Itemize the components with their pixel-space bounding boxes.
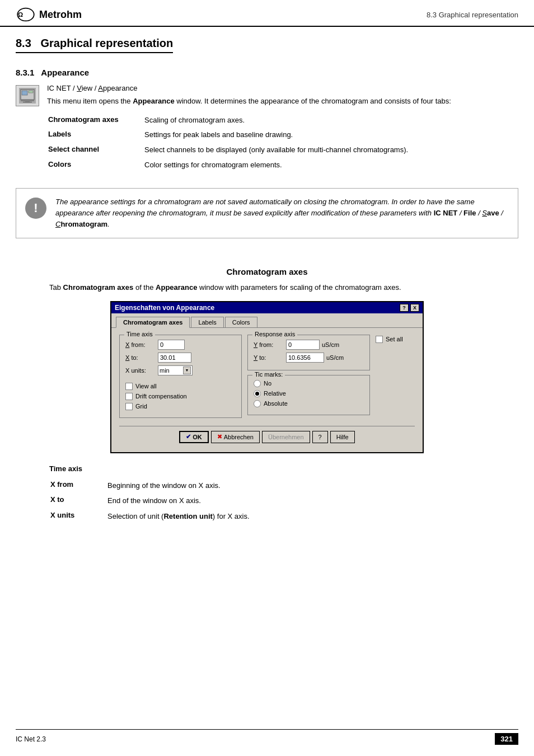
x-from-input[interactable] [158, 340, 185, 350]
menu-icon-box [16, 85, 39, 106]
abbrechen-label: Abbrechen [224, 434, 254, 440]
tic-absolute-radio[interactable] [254, 400, 261, 407]
table-row: Chromatogram axes Scaling of chromatogra… [48, 114, 517, 128]
dialog-body: Time axis X from: X to: X units: [111, 328, 423, 452]
x-from-row: X from: [125, 340, 236, 350]
set-all-checkbox[interactable] [376, 336, 383, 343]
dialog-help-btn[interactable]: ? [312, 431, 328, 443]
tab-desc-select-channel: Select channels to be displayed (only av… [144, 143, 517, 157]
dialog-help-button[interactable]: ? [400, 304, 409, 312]
tab-desc-colors: Color settings for chromatogram elements… [144, 158, 517, 172]
dialog-title: Eigenschaften von Appearance [115, 304, 214, 312]
set-all-label: Set all [386, 336, 403, 342]
tic-no-radio[interactable] [254, 380, 261, 387]
page-number: 321 [495, 733, 518, 745]
menu-path-content: IC NET / View / Appearance This menu ite… [47, 84, 518, 181]
tab-label-labels: Labels [48, 128, 143, 142]
tic-no-label: No [264, 380, 271, 387]
response-axis-group-title: Response axis [252, 331, 297, 337]
y-to-input[interactable] [286, 353, 324, 363]
x-to-row: X to: [125, 353, 236, 363]
drift-compensation-label: Drift compensation [135, 393, 187, 400]
abbrechen-x-icon: ✖ [217, 433, 222, 440]
view-all-label: View all [135, 383, 157, 389]
svg-rect-3 [22, 91, 27, 95]
tab-chromatogram-axes[interactable]: Chromatogram axes [116, 317, 190, 328]
section-main-heading: 8.3 Graphical representation [16, 37, 173, 53]
x-units-select[interactable]: min ▼ [158, 365, 193, 375]
page-footer: IC Net 2.3 321 [16, 729, 518, 745]
menu-path-desc: This menu item opens the Appearance wind… [47, 96, 518, 107]
svg-rect-7 [23, 102, 32, 102]
page-header: Ω Metrohm 8.3 Graphical representation [0, 0, 534, 27]
x-units-dropdown-arrow[interactable]: ▼ [183, 367, 191, 374]
tic-relative-label: Relative [264, 390, 286, 397]
x-units-param-desc: Selection of unit (Retention unit) for X… [107, 509, 517, 524]
svg-text:Ω: Ω [18, 11, 23, 18]
tab-label-colors: Colors [48, 158, 143, 172]
tab-labels[interactable]: Labels [191, 317, 223, 327]
x-from-param-label: X from [50, 478, 106, 493]
abbrechen-button[interactable]: ✖ Abbrechen [211, 431, 260, 443]
help-label: ? [318, 434, 322, 440]
x-units-label: X units: [125, 367, 158, 374]
drift-compensation-checkbox[interactable] [125, 393, 133, 400]
section-8-3-1: 8.3.1 Appearance [16, 68, 518, 77]
tab-desc-labels: Settings for peak labels and baseline dr… [144, 128, 517, 142]
ok-checkmark-icon: ✔ [186, 433, 191, 440]
dialog-col-far-right: Set all [376, 335, 415, 422]
x-to-param-label: X to [50, 494, 106, 508]
dialog-tabs-row: Chromatogram axes Labels Colors [111, 313, 423, 328]
section-sub-heading: 8.3.1 Appearance [16, 68, 89, 77]
y-from-input[interactable] [286, 340, 320, 350]
tic-marks-group-title: Tic marks: [252, 371, 285, 378]
header-section-title: 8.3 Graphical representation [427, 11, 518, 19]
ok-button[interactable]: ✔ OK [179, 431, 209, 443]
notice-box: ! The appearance settings for a chromato… [16, 188, 518, 238]
y-from-label: Y from: [254, 341, 286, 348]
chrom-axes-title: Chromatogram axes [16, 267, 518, 276]
dialog-col-left: Time axis X from: X to: X units: [119, 335, 242, 422]
x-units-row: X units: min ▼ [125, 365, 236, 375]
ubernehmen-button[interactable]: Übernehmen [262, 431, 310, 443]
section-8-3: 8.3 Graphical representation [16, 37, 518, 62]
dialog-titlebar: Eigenschaften von Appearance ? X [111, 302, 423, 313]
y-to-label: Y to: [254, 354, 286, 361]
x-from-param-desc: Beginning of the window on X axis. [107, 478, 517, 493]
notice-icon: ! [25, 198, 46, 219]
chrom-axes-desc: Tab Chromatogram axes of the Appearance … [49, 282, 485, 293]
appearance-icon [19, 88, 36, 104]
menu-path-label: IC NET / View / Appearance [47, 84, 518, 92]
dialog-col-right: Response axis Y from: uS/cm Y to: uS/cm [247, 335, 370, 422]
tab-desc-chromatogram-axes: Scaling of chromatogram axes. [144, 114, 517, 128]
tab-label-select-channel: Select channel [48, 143, 143, 157]
tic-absolute-label: Absolute [264, 400, 288, 407]
logo-area: Ω Metrohm [16, 7, 82, 22]
tab-label-chromatogram-axes: Chromatogram axes [48, 114, 143, 128]
main-content: 8.3 Graphical representation 8.3.1 Appea… [0, 37, 534, 547]
y-to-row: Y to: uS/cm [254, 353, 364, 363]
tic-relative-radio[interactable] [254, 390, 261, 397]
grid-checkbox[interactable] [125, 403, 133, 410]
x-units-param-label: X units [50, 509, 106, 524]
ubernehmen-label: Übernehmen [268, 434, 304, 440]
dialog-footer: ✔ OK ✖ Abbrechen Übernehmen ? Hilfe [119, 426, 415, 447]
x-to-label: X to: [125, 354, 158, 361]
grid-row: Grid [125, 403, 236, 410]
hilfe-label: Hilfe [336, 434, 349, 440]
grid-label: Grid [135, 403, 147, 410]
response-axis-groupbox: Response axis Y from: uS/cm Y to: uS/cm [247, 335, 370, 370]
hilfe-button[interactable]: Hilfe [330, 431, 355, 443]
tab-colors[interactable]: Colors [225, 317, 257, 327]
x-to-input[interactable] [158, 353, 191, 363]
tabs-param-table: Chromatogram axes Scaling of chromatogra… [47, 112, 518, 173]
notice-text: The appearance settings for a chromatogr… [55, 196, 509, 230]
ok-label: OK [193, 434, 202, 440]
time-axis-group-title: Time axis [124, 331, 155, 337]
bottom-section-title: Time axis [49, 464, 518, 473]
view-all-checkbox[interactable] [125, 383, 133, 390]
dialog-close-button[interactable]: X [410, 304, 419, 312]
table-row: Select channel Select channels to be dis… [48, 143, 517, 157]
bottom-param-table: X from Beginning of the window on X axis… [49, 477, 518, 525]
tic-absolute-row: Absolute [254, 400, 364, 407]
